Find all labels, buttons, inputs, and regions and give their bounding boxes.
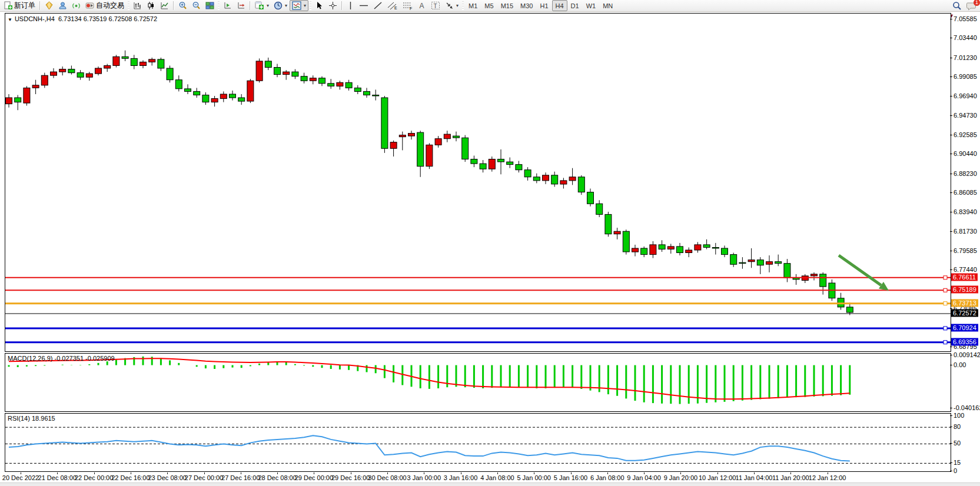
- text-label-button[interactable]: T: [428, 0, 443, 11]
- price-axis-label: 6.90440: [954, 150, 977, 157]
- tile-windows-button[interactable]: [203, 0, 217, 11]
- rsi-panel[interactable]: [5, 413, 951, 472]
- zoom-out-button[interactable]: [190, 0, 203, 11]
- arrows-button[interactable]: ▾: [443, 0, 461, 11]
- candlestick-chart-button[interactable]: [144, 0, 158, 11]
- time-axis-label: 9 Jan 04:00: [627, 474, 661, 481]
- toolbar: 新订单 自动交易: [0, 0, 980, 12]
- macd-axis-label-tickmark: [950, 365, 952, 365]
- vertical-line-button[interactable]: [344, 0, 357, 11]
- toolbar-grip: [128, 1, 129, 10]
- equidistant-channel-button[interactable]: E: [385, 0, 400, 11]
- time-axis-label: 11 Jan 04:00: [736, 474, 773, 481]
- candlestick-chart[interactable]: [5, 14, 951, 351]
- price-axis-tickmark: [950, 38, 952, 38]
- time-axis-label: 5 Jan 16:00: [554, 474, 588, 481]
- macd-chart[interactable]: [5, 354, 951, 411]
- timeframe-button-m15[interactable]: M15: [497, 0, 517, 11]
- horizontal-scrollbar[interactable]: [0, 482, 980, 486]
- community-button[interactable]: [56, 0, 69, 11]
- bar-chart-icon: [133, 1, 142, 10]
- add-indicator-icon: [255, 1, 264, 10]
- macd-panel[interactable]: [5, 353, 951, 412]
- chart-shift-button[interactable]: [234, 0, 248, 11]
- styler-button[interactable]: [42, 0, 56, 11]
- crystal-icon: [45, 1, 54, 10]
- periods-dropdown-caret[interactable]: ▾: [285, 3, 287, 8]
- time-axis-label: 21 Dec 08:00: [38, 474, 77, 481]
- timeframe-button-mn[interactable]: MN: [599, 0, 616, 11]
- zoom-out-icon: [192, 1, 201, 10]
- time-axis-label: 4 Jan 08:00: [480, 474, 514, 481]
- svg-text:F: F: [410, 6, 412, 11]
- macd-values: -0.027351 -0.025909: [54, 355, 114, 362]
- new-order-button[interactable]: 新订单: [1, 0, 38, 11]
- rsi-axis-label-tickmark: [950, 415, 952, 416]
- cursor-button[interactable]: [313, 0, 326, 11]
- price-axis-tickmark: [950, 174, 952, 174]
- level-price-badge: 6.69356: [951, 338, 978, 345]
- search-icon: [952, 1, 962, 11]
- templates-button[interactable]: ▾: [290, 0, 308, 11]
- time-axis-label: 29 Dec 00:00: [295, 474, 333, 481]
- text-label-icon: T: [431, 1, 440, 10]
- price-axis-label: 6.92585: [954, 131, 977, 138]
- price-axis-tickmark: [950, 115, 952, 116]
- price-axis-tickmark: [950, 212, 952, 212]
- chart-ohlc-values: 6.73134 6.73519 6.72508 6.72572: [58, 15, 157, 22]
- zoom-in-button[interactable]: [176, 0, 190, 11]
- timeframe-button-w1[interactable]: W1: [583, 0, 600, 11]
- fibonacci-button[interactable]: F: [400, 0, 416, 11]
- timeframe-button-m5[interactable]: M5: [481, 0, 497, 11]
- time-axis-label: 3 Jan 00:00: [407, 474, 441, 481]
- horizontal-line-button[interactable]: [357, 0, 371, 11]
- line-chart-icon: [160, 1, 169, 10]
- toolbar-grip: [310, 1, 311, 10]
- autotrading-button[interactable]: 自动交易: [83, 0, 127, 11]
- bar-chart-button[interactable]: [131, 0, 144, 11]
- price-axis-tickmark: [950, 269, 952, 270]
- time-axis-label: 10 Jan 12:00: [699, 474, 736, 481]
- chart-menu-triangle-icon[interactable]: ▼: [8, 17, 12, 22]
- price-axis-tickmark: [950, 96, 952, 96]
- autotrading-icon: [85, 1, 94, 10]
- time-axis-label: 29 Dec 16:00: [331, 474, 370, 481]
- crosshair-icon: [328, 1, 337, 10]
- signals-button[interactable]: [69, 0, 83, 11]
- text-icon: A: [418, 1, 426, 10]
- toolbar-separator: [173, 1, 174, 10]
- auto-scroll-button[interactable]: [221, 0, 234, 11]
- macd-axis-label: 0.00: [954, 361, 966, 368]
- main-price-panel[interactable]: [5, 13, 951, 352]
- auto-scroll-icon: [223, 1, 232, 10]
- templates-dropdown-caret[interactable]: ▾: [304, 3, 306, 8]
- zoom-in-icon: [178, 1, 187, 10]
- periods-button[interactable]: ▾: [271, 0, 290, 11]
- crosshair-button[interactable]: [326, 0, 340, 11]
- search-button[interactable]: [950, 0, 964, 11]
- rsi-chart[interactable]: [5, 414, 951, 471]
- time-axis-label: 22 Dec 00:00: [75, 474, 113, 481]
- timeframe-button-h4[interactable]: H4: [552, 0, 567, 11]
- rsi-value: 18.9615: [32, 415, 55, 422]
- cursor-arrow-icon: [315, 1, 324, 10]
- signals-broadcast-icon: [72, 1, 81, 10]
- timeframe-button-m1[interactable]: M1: [465, 0, 481, 11]
- timeframe-button-d1[interactable]: D1: [567, 0, 583, 11]
- price-axis-label: 6.96940: [954, 92, 977, 99]
- text-button[interactable]: A: [416, 0, 428, 11]
- macd-axis-label: 0.009142: [954, 351, 980, 358]
- indicators-button[interactable]: ▾: [253, 0, 271, 11]
- svg-text:E: E: [394, 6, 397, 10]
- time-axis-label: 3 Jan 16:00: [444, 474, 478, 481]
- trendline-button[interactable]: [371, 0, 385, 11]
- timeframe-button-h1[interactable]: H1: [536, 0, 552, 11]
- time-axis-label: 27 Dec 16:00: [221, 474, 260, 481]
- line-chart-button[interactable]: [158, 0, 171, 11]
- macd-axis-label-tickmark: [950, 355, 952, 355]
- timeframe-button-m30[interactable]: M30: [517, 0, 536, 11]
- level-price-badge: 6.75189: [951, 286, 978, 294]
- arrows-dropdown-caret[interactable]: ▾: [456, 3, 459, 8]
- chat-button[interactable]: 1: [964, 0, 979, 11]
- indicators-dropdown-caret[interactable]: ▾: [267, 3, 269, 8]
